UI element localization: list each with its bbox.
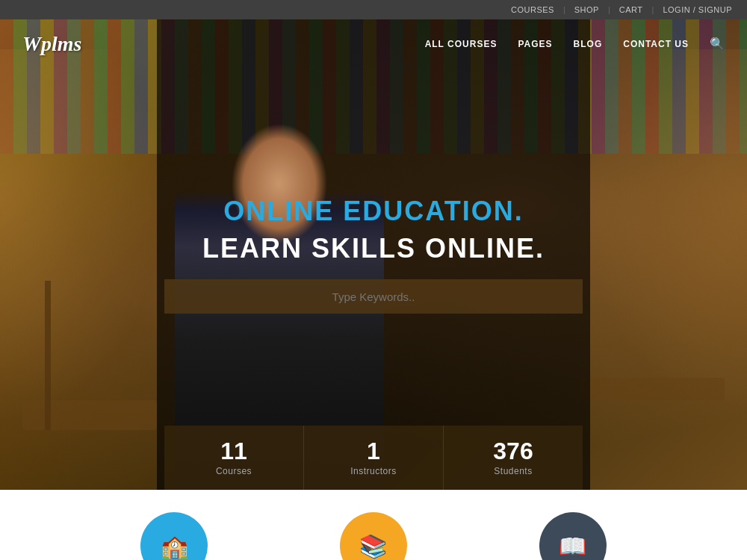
hero-content-block: ONLINE EDUCATION. LEARN SKILLS ONLINE.	[164, 196, 583, 314]
reading-icon: 📖	[559, 533, 586, 559]
nav-all-courses[interactable]: ALL COURSES	[425, 39, 498, 49]
top-utility-bar: COURSES | SHOP | CART | LOGIN / SIGNUP	[0, 0, 747, 19]
feature-icon-1[interactable]: 🏫	[140, 512, 208, 560]
cart-link[interactable]: CART	[619, 5, 643, 14]
hero-title-white: LEARN SKILLS ONLINE.	[164, 233, 583, 264]
nav-contact-us[interactable]: CONTACT US	[623, 39, 689, 49]
stat-instructors-label: Instructors	[311, 466, 436, 476]
login-signup-link[interactable]: LOGIN / SIGNUP	[663, 5, 732, 14]
stat-students-number: 376	[451, 439, 575, 463]
table-left	[22, 400, 157, 430]
stat-students-label: Students	[451, 466, 575, 476]
shop-link[interactable]: SHOP	[574, 5, 599, 14]
book-icon: 📚	[359, 533, 387, 559]
school-icon: 🏫	[161, 533, 188, 559]
nav-links-container: ALL COURSES PAGES BLOG CONTACT US 🔍	[425, 37, 725, 51]
hero-title-blue: ONLINE EDUCATION.	[164, 196, 583, 227]
nav-blog[interactable]: BLOG	[574, 39, 603, 49]
lamp-post	[45, 281, 51, 430]
keyword-search-input[interactable]	[164, 279, 583, 314]
stat-instructors: 1 Instructors	[304, 426, 444, 490]
courses-link[interactable]: COURSES	[511, 5, 554, 14]
divider-1: |	[563, 5, 565, 14]
stat-courses: 11 Courses	[164, 426, 304, 490]
divider-2: |	[608, 5, 610, 14]
feature-icon-3[interactable]: 📖	[539, 512, 607, 560]
nav-pages[interactable]: PAGES	[518, 39, 552, 49]
divider-3: |	[652, 5, 654, 14]
stat-students: 376 Students	[444, 426, 583, 490]
stat-courses-number: 11	[172, 439, 296, 463]
stats-bar: 11 Courses 1 Instructors 376 Students	[164, 426, 583, 490]
site-logo[interactable]: Wplms	[22, 32, 81, 56]
stat-courses-label: Courses	[172, 466, 296, 476]
feature-icon-2[interactable]: 📚	[340, 512, 407, 560]
table-right	[575, 378, 725, 400]
main-navigation: Wplms ALL COURSES PAGES BLOG CONTACT US …	[0, 19, 747, 68]
bottom-features-section: 🏫 📚 📖	[0, 490, 747, 560]
hero-section: Wplms ALL COURSES PAGES BLOG CONTACT US …	[0, 19, 747, 490]
search-icon[interactable]: 🔍	[710, 37, 725, 51]
stat-instructors-number: 1	[311, 439, 436, 463]
